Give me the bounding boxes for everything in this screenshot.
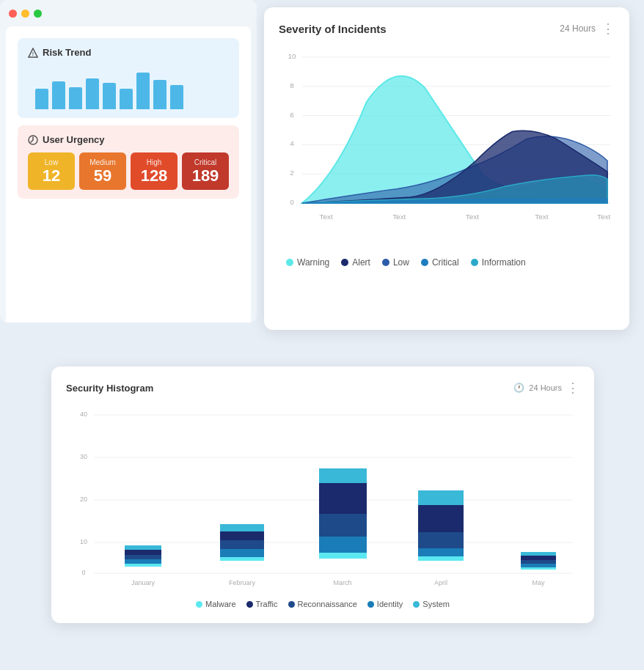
histogram-menu-dots[interactable]: ⋮ [566,381,579,394]
svg-text:6: 6 [290,111,294,119]
clock-icon: 🕐 [513,383,524,393]
urgency-icon [28,135,38,145]
legend-warning-label: Warning [297,257,329,268]
user-urgency-section: User Urgency Low 12 Medium 59 High 128 C… [18,125,239,199]
svg-text:February: February [229,579,256,586]
svg-rect-35 [220,557,264,561]
severity-time-range: 24 Hours [560,23,596,34]
bar-6 [120,89,133,109]
svg-rect-45 [418,556,464,561]
hist-label-recon: Reconnaissance [298,600,357,608]
svg-rect-52 [521,560,556,564]
legend-low-dot [382,259,389,266]
risk-trend-title: ! Risk Trend [28,47,229,58]
bar-1 [35,89,48,109]
urgency-medium-card: Medium 59 [79,152,126,190]
urgency-critical-label: Critical [194,158,217,166]
svg-text:Text: Text [392,213,406,221]
user-urgency-label: User Urgency [43,134,105,145]
urgency-medium-value: 59 [94,168,111,184]
hist-dot-recon [288,601,295,608]
bar-2 [52,81,65,109]
svg-text:May: May [532,579,545,586]
svg-text:4: 4 [290,139,294,147]
hist-label-malware: Malware [205,600,236,608]
legend-information: Information [471,257,526,268]
legend-alert-dot [341,259,348,266]
browser-card: ! Risk Trend [0,0,257,323]
severity-menu-dots[interactable]: ⋮ [601,22,615,35]
legend-warning: Warning [286,257,329,268]
svg-rect-34 [125,545,161,550]
risk-trend-section: ! Risk Trend [18,38,239,118]
histogram-card: Security Histogram 🕐 24 Hours ⋮ 40 30 20… [51,367,594,623]
urgency-low-card: Low 12 [28,152,75,190]
svg-text:10: 10 [288,52,296,60]
legend-low: Low [382,257,409,268]
hist-label-traffic: Traffic [256,600,278,608]
browser-titlebar [0,0,257,26]
severity-title: Severity of Incidents [279,23,387,35]
hist-dot-traffic [246,601,253,608]
svg-text:0: 0 [81,569,85,576]
histogram-meta: 🕐 24 Hours ⋮ [513,381,579,394]
svg-rect-50 [521,567,556,570]
hist-dot-system [413,601,420,608]
histogram-chart-svg: 40 30 20 10 0 [66,406,579,589]
urgency-high-label: High [147,158,162,166]
svg-rect-30 [125,564,161,567]
svg-rect-39 [220,524,264,531]
urgency-high-value: 128 [141,168,168,184]
hist-legend-system: System [413,600,450,608]
hist-label-identity: Identity [377,600,403,608]
svg-text:30: 30 [80,453,87,460]
svg-rect-44 [319,468,367,483]
browser-dot-red[interactable] [9,10,17,18]
urgency-critical-value: 189 [192,168,219,184]
hist-dot-malware [196,601,202,608]
risk-trend-chart [28,65,229,109]
svg-text:40: 40 [80,411,87,418]
bar-9 [170,85,183,109]
user-urgency-title: User Urgency [28,134,229,145]
svg-rect-46 [418,548,464,556]
urgency-low-label: Low [45,158,58,166]
svg-rect-40 [319,553,367,559]
urgency-low-value: 12 [43,168,60,184]
svg-text:Text: Text [466,213,479,221]
legend-information-dot [471,259,478,266]
browser-dot-green[interactable] [34,10,42,18]
svg-rect-47 [418,532,464,548]
svg-text:8: 8 [290,81,294,89]
hist-dot-identity [367,601,374,608]
risk-trend-label: Risk Trend [43,47,91,58]
warning-icon: ! [28,48,38,58]
bar-8 [153,80,167,109]
bar-4 [86,78,99,109]
svg-rect-32 [125,555,161,559]
svg-rect-49 [418,490,464,505]
legend-alert: Alert [341,257,370,268]
urgency-medium-label: Medium [89,158,116,166]
svg-text:2: 2 [290,169,294,177]
svg-text:10: 10 [80,538,87,545]
svg-text:!: ! [32,51,34,56]
legend-warning-dot [286,259,293,266]
svg-text:March: March [333,579,351,586]
urgency-cards: Low 12 Medium 59 High 128 Critical 189 [28,152,229,190]
browser-dot-yellow[interactable] [21,10,29,18]
svg-rect-36 [220,549,264,557]
svg-rect-43 [319,483,367,514]
bar-7 [136,73,150,109]
hist-label-system: System [422,600,450,608]
hist-legend-traffic: Traffic [246,600,278,608]
legend-critical: Critical [421,257,459,268]
histogram-title: Security Histogram [66,383,153,394]
bar-3 [69,87,82,109]
severity-card: Severity of Incidents 24 Hours ⋮ 10 8 6 … [264,7,629,330]
legend-alert-label: Alert [352,257,370,268]
browser-content: ! Risk Trend [6,26,251,323]
svg-text:20: 20 [80,496,87,503]
bar-5 [103,83,116,109]
svg-rect-41 [319,537,367,553]
